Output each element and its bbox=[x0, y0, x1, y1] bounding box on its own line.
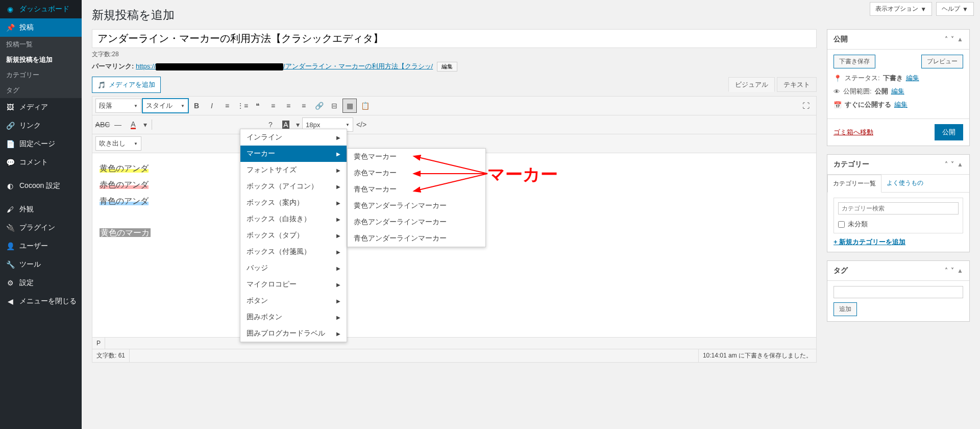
style-select[interactable]: スタイル bbox=[142, 99, 188, 113]
strikethrough-button[interactable]: ABC bbox=[95, 117, 110, 132]
chevron-up-icon[interactable]: ˄ bbox=[945, 161, 948, 168]
sidebar-item-links[interactable]: 🔗リンク bbox=[0, 116, 82, 135]
fullscreen-button[interactable]: ⛶ bbox=[799, 99, 813, 113]
caret-up-icon[interactable]: ▲ bbox=[957, 36, 963, 43]
chevron-right-icon: ▶ bbox=[336, 315, 340, 320]
sidebar-item-media[interactable]: 🖼メディア bbox=[0, 98, 82, 116]
sidebar-sub-all-posts[interactable]: 投稿一覧 bbox=[0, 37, 82, 52]
marker-yellow-underline[interactable]: 黄色アンダーラインマーカー bbox=[348, 198, 485, 214]
screen-options-tab[interactable]: 表示オプション▼ bbox=[870, 2, 932, 16]
category-search-input[interactable] bbox=[838, 202, 959, 214]
cat-tab-popular[interactable]: よく使うもの bbox=[881, 175, 928, 192]
italic-button[interactable]: I bbox=[205, 99, 219, 113]
edit-schedule-link[interactable]: 編集 bbox=[894, 100, 908, 109]
edit-status-link[interactable]: 編集 bbox=[906, 74, 919, 83]
sidebar-sub-add-new[interactable]: 新規投稿を追加 bbox=[0, 52, 82, 67]
caret-up-icon[interactable]: ▲ bbox=[957, 267, 963, 274]
key-icon: 📍 bbox=[834, 75, 842, 82]
style-item-fontsize[interactable]: フォントサイズ▶ bbox=[240, 162, 347, 178]
chevron-up-icon[interactable]: ˄ bbox=[945, 36, 948, 43]
text-color-dropdown[interactable]: ▾ bbox=[141, 117, 149, 132]
marker-yellow[interactable]: 黄色マーカー bbox=[348, 149, 485, 165]
text-color-button[interactable]: A bbox=[126, 117, 140, 132]
publish-button[interactable]: 公開 bbox=[935, 124, 963, 140]
sidebar-item-users[interactable]: 👤ユーザー bbox=[0, 237, 82, 255]
marker-blue-underline[interactable]: 青色アンダーラインマーカー bbox=[348, 230, 485, 247]
paragraph-select[interactable]: 段落 bbox=[95, 99, 141, 113]
more-button[interactable]: ⊟ bbox=[327, 99, 341, 113]
comment-icon: 💬 bbox=[5, 157, 15, 168]
quote-button[interactable]: ❝ bbox=[251, 99, 265, 113]
sidebar-submenu: 投稿一覧 新規投稿を追加 カテゴリー タグ bbox=[0, 37, 82, 98]
sidebar-sub-tags[interactable]: タグ bbox=[0, 83, 82, 98]
sidebar-item-collapse[interactable]: ◀メニューを閉じる bbox=[0, 292, 82, 311]
copy-button[interactable]: 📋 bbox=[358, 99, 372, 113]
marker-red-underline[interactable]: 赤色アンダーラインマーカー bbox=[348, 214, 485, 230]
help-tab[interactable]: ヘルプ▼ bbox=[936, 2, 974, 16]
permalink-domain-redacted bbox=[156, 63, 283, 70]
style-item-button[interactable]: ボタン▶ bbox=[240, 293, 347, 309]
edit-visibility-link[interactable]: 編集 bbox=[891, 87, 904, 96]
style-item-box-tab[interactable]: ボックス（タブ）▶ bbox=[240, 227, 347, 244]
style-item-marker[interactable]: マーカー▶ bbox=[240, 146, 347, 162]
marker-red[interactable]: 赤色マーカー bbox=[348, 165, 485, 181]
bold-button[interactable]: B bbox=[189, 99, 204, 113]
hr-button[interactable]: — bbox=[111, 117, 125, 132]
style-item-inline[interactable]: インライン▶ bbox=[240, 129, 347, 146]
chevron-right-icon: ▶ bbox=[336, 266, 340, 271]
sidebar-item-cocoon[interactable]: ◐Cocoon 設定 bbox=[0, 177, 82, 195]
sidebar-item-settings[interactable]: ⚙設定 bbox=[0, 274, 82, 292]
brush-icon: 🖌 bbox=[5, 204, 15, 214]
style-item-microcopy[interactable]: マイクロコピー▶ bbox=[240, 276, 347, 293]
text-tab[interactable]: テキスト bbox=[777, 77, 817, 92]
sidebar-sub-categories[interactable]: カテゴリー bbox=[0, 67, 82, 83]
add-tag-button[interactable]: 追加 bbox=[834, 302, 857, 316]
link-button[interactable]: 🔗 bbox=[312, 99, 326, 113]
align-left-button[interactable]: ≡ bbox=[266, 99, 280, 113]
sidebar-item-plugins[interactable]: 🔌プラグイン bbox=[0, 219, 82, 237]
cat-tab-all[interactable]: カテゴリー一覧 bbox=[827, 175, 881, 193]
calendar-icon: 📅 bbox=[834, 101, 842, 109]
toolbar-toggle-button[interactable]: ▦ bbox=[342, 99, 357, 113]
chevron-down-icon[interactable]: ˅ bbox=[951, 267, 954, 274]
style-item-blogcard[interactable]: 囲みブログカードラベル▶ bbox=[240, 325, 347, 342]
add-media-button[interactable]: 🎵メディアを追加 bbox=[92, 77, 161, 93]
speech-select[interactable]: 吹き出し bbox=[95, 136, 141, 151]
page-icon: 📄 bbox=[5, 139, 15, 149]
style-item-box-icon[interactable]: ボックス（アイコン）▶ bbox=[240, 178, 347, 195]
preview-button[interactable]: プレビュー bbox=[921, 55, 963, 68]
chevron-down-icon[interactable]: ˅ bbox=[951, 36, 954, 43]
cocoon-icon: ◐ bbox=[5, 181, 15, 191]
add-category-link[interactable]: + 新規カテゴリーを追加 bbox=[834, 238, 905, 246]
sidebar-item-comments[interactable]: 💬コメント bbox=[0, 153, 82, 172]
chevron-up-icon[interactable]: ˄ bbox=[945, 267, 948, 274]
style-item-wrapbutton[interactable]: 囲みボタン▶ bbox=[240, 309, 347, 325]
sidebar-item-pages[interactable]: 📄固定ページ bbox=[0, 135, 82, 153]
bullet-list-button[interactable]: ≡ bbox=[220, 99, 234, 113]
chevron-down-icon[interactable]: ˅ bbox=[951, 161, 954, 168]
number-list-button[interactable]: ⋮≡ bbox=[235, 99, 250, 113]
style-dropdown: インライン▶ マーカー▶ フォントサイズ▶ ボックス（アイコン）▶ ボックス（案… bbox=[240, 129, 347, 342]
sidebar-item-tools[interactable]: 🔧ツール bbox=[0, 255, 82, 274]
caret-up-icon[interactable]: ▲ bbox=[957, 161, 963, 168]
save-draft-button[interactable]: 下書き保存 bbox=[834, 55, 875, 68]
edit-permalink-button[interactable]: 編集 bbox=[437, 62, 457, 72]
marker-blue[interactable]: 青色マーカー bbox=[348, 181, 485, 198]
dashboard-icon: ◉ bbox=[5, 4, 15, 14]
sidebar-item-posts[interactable]: 📌投稿 bbox=[0, 18, 82, 37]
permalink-link[interactable]: https:///アンダーライン・マーカーの利用方法【クラシッ/ bbox=[136, 62, 433, 70]
sidebar-item-appearance[interactable]: 🖌外観 bbox=[0, 200, 82, 219]
uncategorized-checkbox[interactable] bbox=[838, 221, 845, 228]
tag-input[interactable] bbox=[834, 286, 963, 298]
post-title-input[interactable] bbox=[92, 29, 817, 48]
style-item-box-info[interactable]: ボックス（案内）▶ bbox=[240, 195, 347, 211]
sidebar-item-dashboard[interactable]: ◉ダッシュボード bbox=[0, 0, 82, 18]
align-right-button[interactable]: ≡ bbox=[297, 99, 311, 113]
style-item-box-outline[interactable]: ボックス（白抜き）▶ bbox=[240, 211, 347, 227]
visual-tab[interactable]: ビジュアル bbox=[728, 77, 775, 92]
style-item-box-sticky[interactable]: ボックス（付箋風）▶ bbox=[240, 244, 347, 260]
style-item-badge[interactable]: バッジ▶ bbox=[240, 260, 347, 276]
source-button[interactable]: </> bbox=[354, 117, 369, 132]
align-center-button[interactable]: ≡ bbox=[281, 99, 296, 113]
trash-link[interactable]: ゴミ箱へ移動 bbox=[834, 128, 873, 137]
